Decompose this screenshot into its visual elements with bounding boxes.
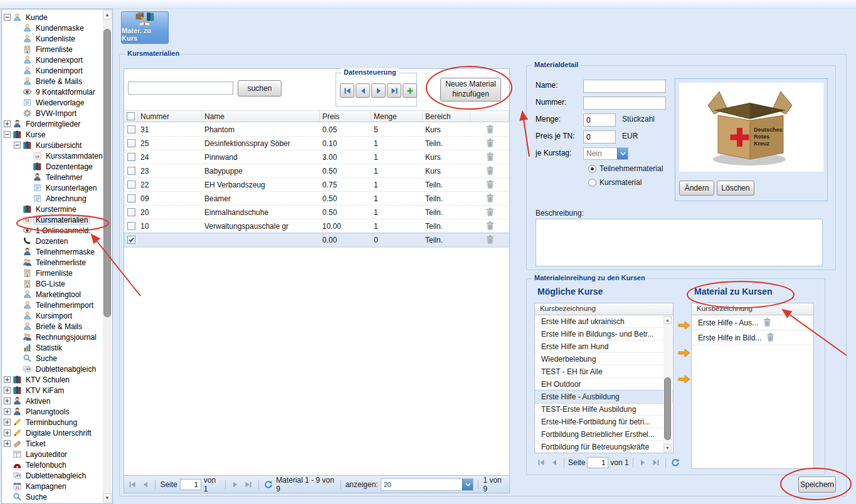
trash-icon[interactable] [486, 179, 494, 191]
sidebar-item-kampagnen[interactable]: 21Kampagnen [2, 481, 103, 491]
select-all-checkbox[interactable] [127, 112, 135, 120]
row-checkbox[interactable] [127, 208, 135, 216]
sidebar-item-kursmaterialien[interactable]: 18Kursmaterialien [2, 214, 103, 225]
table-row[interactable]: 31Phantom0.055Kurs [124, 123, 509, 137]
table-row[interactable]: 24Pinnwand3.001Kurs [124, 150, 509, 164]
sidebar-item-9-kontaktformular[interactable]: 9 Kontaktformular [2, 87, 103, 97]
sidebar-item-dozenten[interactable]: Dozenten [2, 236, 103, 246]
pager-prev-icon[interactable] [140, 479, 151, 490]
row-checkbox[interactable] [127, 222, 135, 230]
pager-last-icon[interactable] [650, 457, 662, 468]
row-checkbox[interactable] [127, 167, 135, 175]
dropdown-arrow-icon[interactable] [462, 479, 473, 490]
course-row-wiederbelebung[interactable]: Wiederbelebung [535, 353, 673, 365]
previous-record-icon[interactable] [356, 83, 370, 98]
expand-icon[interactable] [4, 419, 11, 426]
column-header-name[interactable]: Name [202, 111, 320, 122]
trash-icon[interactable] [486, 124, 494, 135]
table-row[interactable]: 22EH Verbandszeug0.751Teiln. [124, 178, 509, 192]
sidebar-item-kundenliste[interactable]: Kundenliste [2, 33, 103, 44]
sidebar-item-kurse[interactable]: Kurse [2, 129, 103, 140]
row-checkbox[interactable] [127, 153, 135, 161]
expand-icon[interactable] [4, 120, 11, 127]
radio-selected-icon[interactable] [588, 165, 596, 173]
sidebar-item-suche[interactable]: Suche [2, 491, 103, 502]
sidebar-item-abrechnung[interactable]: Abrechnung [2, 193, 103, 204]
radio-unselected-icon[interactable] [588, 179, 596, 187]
last-record-icon[interactable] [387, 83, 401, 98]
sidebar-item-rechnungsjournal[interactable]: Rechnungsjournal [2, 332, 103, 342]
sidebar-item-teilnehmerimport[interactable]: Teilnehmerimport [2, 300, 103, 310]
assigned-course-row[interactable]: Erste Hilfe in Bild... [692, 330, 813, 345]
sidebar-item-telefonbuch[interactable]: Telefonbuch [2, 459, 103, 470]
sidebar-item-statistik[interactable]: Statistik [2, 342, 103, 353]
sidebar-item-dublettenabgleich[interactable]: Dublettenabgleich [2, 364, 103, 374]
sidebar-item-briefe-mails[interactable]: Briefe & Mails [2, 76, 103, 87]
sidebar-item-kurstermine[interactable]: Kurstermine [2, 204, 103, 214]
course-row-erste-hilfe-auf-ukrainisch[interactable]: Erste Hilfe auf ukrainisch [535, 315, 673, 328]
loeschen-button[interactable]: Löschen [717, 181, 754, 196]
pager-first-icon[interactable] [536, 457, 547, 468]
table-row[interactable]: 10Verwaltungspauschale gr10.001Teiln. [124, 219, 509, 233]
column-header-nummer[interactable]: Nummer [138, 111, 202, 122]
sidebar-item-aktiven[interactable]: Aktiven [2, 396, 103, 406]
row-checkbox[interactable] [127, 236, 135, 244]
course-row-erste-hilfe-fortbildung-für-betri[interactable]: Erste-Hilfe-Fortbildung für betri... [535, 416, 673, 428]
sidebar-item-terminbuchung[interactable]: Terminbuchung [2, 417, 103, 428]
course-row-test-eh-für-alle[interactable]: TEST - EH für Alle [535, 365, 673, 378]
trash-icon[interactable] [486, 152, 494, 163]
course-row-fortbildung-für-betreuungskräfte[interactable]: Fortbildung für Betreuungskräfte [535, 441, 673, 453]
sidebar-item-kursstammdaten[interactable]: 18Kursstammdaten [2, 150, 103, 161]
sidebar-item-layouteditor[interactable]: Layouteditor [2, 449, 103, 459]
trash-icon[interactable] [486, 193, 494, 204]
scrollbar-thumb[interactable] [664, 377, 671, 440]
sidebar-item-ktv-schulen[interactable]: KTV Schulen [2, 374, 103, 385]
row-checkbox[interactable] [127, 194, 135, 202]
pager-page-input[interactable] [587, 457, 608, 468]
scroll-up-icon[interactable]: ▲ [663, 316, 672, 324]
menge-field[interactable] [583, 113, 616, 127]
scroll-down-icon[interactable]: ▼ [103, 493, 112, 503]
sidebar-item-kundenexport[interactable]: Kundenexport [2, 55, 103, 65]
course-list-scrollbar[interactable]: ▲ ▼ [663, 316, 672, 452]
trash-icon[interactable] [486, 234, 494, 246]
sidebar-item-firmenliste[interactable]: Firmenliste [2, 268, 103, 278]
trash-icon[interactable] [486, 138, 494, 149]
sidebar-item-suche[interactable]: Suche [2, 353, 103, 364]
row-checkbox[interactable] [127, 181, 135, 189]
sidebar-item-kunde[interactable]: Kunde [2, 12, 103, 23]
trash-icon[interactable] [486, 207, 494, 218]
aendern-button[interactable]: Ändern [679, 181, 714, 196]
trash-icon[interactable] [486, 165, 494, 177]
pager-next-icon[interactable] [230, 479, 241, 490]
sidebar-item-teilnehmerliste[interactable]: Teilnehmerliste [2, 257, 103, 268]
assigned-course-row[interactable]: Erste Hilfe - Aus... [692, 315, 813, 330]
pager-first-icon[interactable] [127, 479, 138, 490]
sidebar-item-ktv-kifam[interactable]: KTV KiFam [2, 385, 103, 396]
sidebar-item-dublettenabgleich[interactable]: Dublettenabgleich [2, 470, 103, 481]
sidebar-item-1-onlineanmeld[interactable]: 1 Onlineanmeld. [2, 225, 103, 236]
teilnehmermaterial-radio[interactable]: Teilnehmermaterial [588, 164, 663, 173]
expand-icon[interactable] [4, 376, 11, 383]
expand-icon[interactable] [4, 397, 11, 404]
first-record-icon[interactable] [340, 83, 354, 98]
scroll-down-icon[interactable]: ▼ [663, 444, 672, 452]
expand-icon[interactable] [4, 387, 11, 394]
course-row-erste-hilfe-am-hund[interactable]: Erste Hilfe am Hund [535, 340, 673, 353]
column-header-preis[interactable]: Preis [320, 111, 371, 122]
page-size-dropdown[interactable]: 20 [381, 478, 474, 491]
transfer-arrow-icon[interactable] [677, 374, 691, 385]
table-row[interactable]: 23Babypuppe0.501Kurs [124, 164, 509, 178]
collapse-icon[interactable] [14, 142, 21, 149]
sidebar-item-kursübersicht[interactable]: Kursübersicht [2, 140, 103, 150]
column-header-menge[interactable]: Menge [371, 111, 423, 122]
sidebar-item-dozententage[interactable]: Dozententage [2, 161, 103, 172]
sidebar-item-firmenliste[interactable]: Firmenliste [2, 44, 103, 55]
sidebar-item-kursimport[interactable]: Kursimport [2, 310, 103, 321]
beschreibung-textarea[interactable] [536, 219, 823, 266]
speichern-button[interactable]: Speichern [798, 476, 836, 493]
collapse-icon[interactable] [4, 14, 11, 21]
dropdown-arrow-icon[interactable] [617, 148, 628, 159]
transfer-arrow-icon[interactable] [677, 347, 691, 359]
pager-prev-icon[interactable] [549, 457, 560, 468]
